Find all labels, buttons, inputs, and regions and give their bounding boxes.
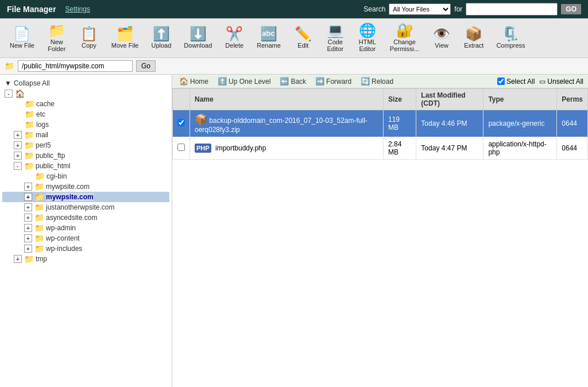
tree-item-asyncedsite[interactable]: + 📁 asyncedsite.com	[2, 212, 169, 223]
file-name-2: importbuddy.php	[215, 144, 266, 152]
col-modified[interactable]: Last Modified (CDT)	[416, 89, 483, 110]
expand-root[interactable]: -	[5, 90, 13, 98]
expand-asyncedsite[interactable]: +	[24, 214, 32, 222]
expand-public-ftp[interactable]: +	[14, 152, 22, 160]
folder-icon: 📁	[5, 61, 14, 71]
file-name-1: backup-olddomain_com-2016_07_10-03_52am-…	[195, 117, 368, 134]
expand-public-html[interactable]: -	[14, 162, 22, 170]
back-label: Back	[291, 78, 306, 86]
cell-checkbox-2[interactable]	[173, 137, 190, 160]
new-file-button[interactable]: 📄 New File	[5, 24, 40, 52]
tree-item-mywpsite-selected[interactable]: + 📁 mywpsite.com	[2, 192, 169, 202]
search-go-button[interactable]: GO	[561, 4, 581, 14]
col-type[interactable]: Type	[483, 89, 557, 110]
tree-item-mail[interactable]: + 📁 mail	[2, 130, 169, 140]
row2-checkbox[interactable]	[177, 144, 185, 151]
download-icon: ⬇️	[189, 27, 207, 41]
tree-label-mywpsite-selected: mywpsite.com	[46, 193, 94, 201]
code-editor-button[interactable]: 💻 CodeEditor	[320, 21, 350, 55]
rename-button[interactable]: 🔤 Rename	[252, 24, 286, 52]
cell-perms-1: 0644	[557, 110, 588, 137]
copy-button[interactable]: 📋 Copy	[74, 24, 104, 52]
row1-checkbox[interactable]	[177, 119, 185, 126]
tree-item-etc[interactable]: 📁 etc	[2, 109, 169, 119]
tree-item-cache[interactable]: 📁 cache	[2, 99, 169, 109]
edit-button[interactable]: ✏️ Edit	[288, 24, 318, 52]
tree-item-public-ftp[interactable]: + 📁 public_ftp	[2, 150, 169, 161]
html-editor-button[interactable]: 🌐 HTMLEditor	[353, 21, 382, 55]
collapse-all-label: Collapse All	[14, 79, 50, 87]
forward-button[interactable]: ➡️ Forward	[313, 76, 354, 86]
col-name[interactable]: Name	[190, 89, 384, 110]
tree-item-cgi-bin[interactable]: 📁 cgi-bin	[2, 171, 169, 181]
view-button[interactable]: 👁️ View	[427, 24, 457, 52]
extract-button[interactable]: 📦 Extract	[459, 24, 489, 52]
tree-item-public-html[interactable]: - 📁 public_html	[2, 161, 169, 171]
select-all-checkbox[interactable]	[497, 78, 505, 85]
content-area: ▼ Collapse All - 🏠 📁 cache 📁 etc	[0, 75, 588, 387]
compress-button[interactable]: 🗜️ Compress	[491, 24, 530, 52]
tree-item-mywpsite-1[interactable]: + 📁 mywpsite.com	[2, 181, 169, 192]
expand-mail[interactable]: +	[14, 131, 22, 139]
change-permissions-button[interactable]: 🔐 ChangePermissi...	[385, 21, 424, 55]
upload-button[interactable]: ⬆️ Upload	[146, 24, 176, 52]
forward-icon: ➡️	[315, 77, 324, 86]
cell-checkbox-1[interactable]	[173, 110, 190, 137]
expand-wp-includes[interactable]: +	[24, 245, 32, 253]
delete-label: Delete	[225, 42, 243, 49]
back-button[interactable]: ⬅️ Back	[277, 76, 308, 86]
new-folder-button[interactable]: 📁 NewFolder	[42, 21, 72, 55]
tree-item-wp-content[interactable]: + 📁 wp-content	[2, 233, 169, 243]
move-file-button[interactable]: 🗂️ Move File	[106, 24, 144, 52]
expand-justanother[interactable]: +	[24, 203, 32, 211]
path-input[interactable]	[18, 60, 133, 72]
cell-name-2: PHP importbuddy.php	[190, 137, 384, 160]
html-editor-label: HTMLEditor	[359, 38, 376, 52]
path-go-button[interactable]: Go	[136, 60, 156, 72]
tree-item-wp-admin[interactable]: + 📁 wp-admin	[2, 223, 169, 233]
new-file-label: New File	[10, 42, 34, 49]
unselect-all-button[interactable]: ▭ Unselect All	[539, 78, 583, 86]
upload-label: Upload	[151, 42, 171, 49]
tree-item-root[interactable]: - 🏠	[2, 88, 169, 99]
expand-wp-admin[interactable]: +	[24, 224, 32, 232]
search-input[interactable]	[466, 3, 558, 16]
right-panel: 🏠 Home ⬆️ Up One Level ⬅️ Back ➡️ Forwar…	[172, 75, 588, 387]
extract-icon: 📦	[465, 27, 482, 41]
path-bar: 📁 Go	[0, 58, 588, 75]
new-file-icon: 📄	[13, 27, 30, 41]
expand-wp-content[interactable]: +	[24, 234, 32, 242]
tree-label-asyncedsite: asyncedsite.com	[46, 214, 97, 222]
unselect-all-label: Unselect All	[547, 78, 583, 86]
table-row[interactable]: PHP importbuddy.php 2.84 MB Today 4:47 P…	[173, 137, 588, 160]
up-one-level-button[interactable]: ⬆️ Up One Level	[215, 76, 273, 86]
cell-size-1: 119 MB	[383, 110, 416, 137]
download-button[interactable]: ⬇️ Download	[179, 24, 217, 52]
select-all-button[interactable]: Select All	[497, 78, 535, 86]
delete-button[interactable]: ✂️ Delete	[219, 24, 249, 52]
tree-label-tmp: tmp	[36, 255, 47, 263]
tree-item-tmp[interactable]: + 📁 tmp	[2, 254, 169, 264]
col-perms[interactable]: Perms	[557, 89, 588, 110]
expand-mywpsite-selected[interactable]: +	[24, 193, 32, 201]
settings-link[interactable]: Settings	[65, 5, 90, 13]
folder-icon-wp-admin: 📁	[34, 223, 44, 233]
expand-mywpsite-1[interactable]: +	[24, 183, 32, 191]
tree-label-justanother: justanotherwpsite.com	[46, 203, 114, 211]
tree-item-wp-includes[interactable]: + 📁 wp-includes	[2, 243, 169, 254]
expand-tmp[interactable]: +	[14, 255, 22, 263]
collapse-all-button[interactable]: ▼ Collapse All	[2, 78, 169, 88]
home-nav-button[interactable]: 🏠 Home	[177, 76, 211, 86]
col-size[interactable]: Size	[383, 89, 416, 110]
expand-perl5[interactable]: +	[14, 141, 22, 149]
table-header-row: Name Size Last Modified (CDT) Type Perms	[173, 89, 588, 110]
table-row[interactable]: 📦 backup-olddomain_com-2016_07_10-03_52a…	[173, 110, 588, 137]
change-permissions-icon: 🔐	[396, 24, 413, 37]
tree-item-perl5[interactable]: + 📁 perl5	[2, 140, 169, 150]
search-scope-select[interactable]: All Your Files File Names Only	[389, 3, 451, 15]
tree-item-justanother[interactable]: + 📁 justanotherwpsite.com	[2, 202, 169, 212]
tree-label-etc: etc	[36, 110, 45, 118]
search-label: Search	[363, 5, 385, 13]
reload-button[interactable]: 🔄 Reload	[358, 76, 396, 86]
tree-item-logs[interactable]: 📁 logs	[2, 119, 169, 130]
